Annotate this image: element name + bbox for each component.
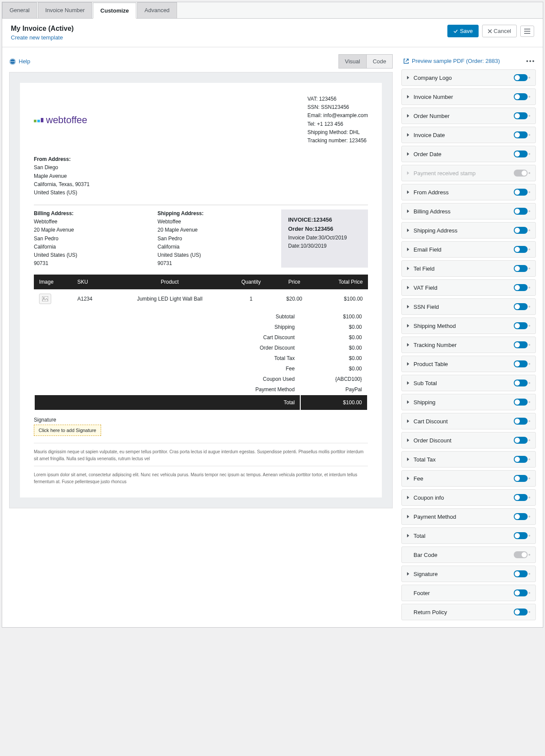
more-options-button[interactable] (526, 60, 534, 62)
code-tab[interactable]: Code (367, 54, 393, 69)
option-label: Tracking Number (414, 342, 456, 348)
option-email-field[interactable]: Email Field (401, 241, 536, 258)
toggle-switch[interactable] (514, 437, 528, 444)
toggle-switch[interactable] (514, 151, 528, 157)
option-signature[interactable]: Signature (401, 566, 536, 582)
totals-row: Cart Discount$0.00 (35, 333, 367, 342)
chevron-right-icon (407, 400, 409, 404)
toggle-switch[interactable] (514, 131, 528, 138)
tab-invoice-number[interactable]: Invoice Number (38, 2, 92, 18)
toggle-switch[interactable] (514, 284, 528, 291)
page-title: My Invoice (Active) (11, 25, 74, 33)
cancel-button[interactable]: Cancel (482, 25, 517, 37)
option-payment-received-stamp[interactable]: Payment received stamp (401, 165, 536, 181)
toggle-switch[interactable] (514, 570, 528, 577)
signature-placeholder[interactable]: Click here to add Signature (34, 425, 101, 436)
toggle-switch[interactable] (514, 341, 528, 348)
menu-button[interactable] (520, 26, 534, 37)
option-cart-discount[interactable]: Cart Discount (401, 413, 536, 429)
toggle-switch[interactable] (514, 208, 528, 215)
chevron-right-icon (407, 286, 409, 289)
svg-rect-1 (42, 296, 48, 301)
toggle-switch[interactable] (514, 551, 528, 558)
option-label: Billing Address (414, 208, 450, 215)
chevron-right-icon (407, 171, 409, 175)
option-label: Coupon info (414, 494, 444, 501)
chevron-right-icon (407, 95, 409, 98)
chevron-right-icon (407, 381, 409, 385)
option-label: Total (414, 533, 425, 539)
invoice-preview: webtoffee VAT: 123456 SSN: SSN123456 Ema… (9, 72, 393, 508)
option-invoice-number[interactable]: Invoice Number (401, 88, 536, 105)
toggle-switch[interactable] (514, 265, 528, 272)
tab-general[interactable]: General (2, 2, 37, 18)
toggle-switch[interactable] (514, 189, 528, 196)
toggle-switch[interactable] (514, 74, 528, 81)
option-vat-field[interactable]: VAT Field (401, 279, 536, 296)
toggle-switch[interactable] (514, 246, 528, 253)
table-row: A1234 Jumbing LED Light Wall Ball 1 $20.… (34, 289, 368, 308)
chevron-right-icon (407, 229, 409, 232)
toggle-switch[interactable] (514, 322, 528, 329)
product-table: Image SKU Product Quantity Price Total P… (34, 275, 368, 308)
toggle-switch[interactable] (514, 494, 528, 501)
toggle-switch[interactable] (514, 475, 528, 482)
toggle-switch[interactable] (514, 609, 528, 615)
option-payment-method[interactable]: Payment Method (401, 508, 536, 525)
option-product-table[interactable]: Product Table (401, 356, 536, 372)
option-sub-total[interactable]: Sub Total (401, 375, 536, 391)
option-ssn-field[interactable]: SSN Field (401, 298, 536, 315)
option-order-number[interactable]: Order Number (401, 108, 536, 124)
company-logo: webtoffee (34, 95, 87, 145)
toggle-switch[interactable] (514, 532, 528, 539)
option-label: Footer (414, 590, 430, 596)
option-total[interactable]: Total (401, 527, 536, 544)
option-return-policy[interactable]: Return Policy (401, 604, 536, 620)
option-coupon-info[interactable]: Coupon info (401, 489, 536, 506)
chevron-right-icon (407, 343, 409, 347)
option-fee[interactable]: Fee (401, 470, 536, 487)
option-company-logo[interactable]: Company Logo (401, 69, 536, 86)
option-label: Email Field (414, 246, 441, 253)
option-invoice-date[interactable]: Invoice Date (401, 127, 536, 143)
chevron-right-icon (407, 305, 409, 308)
visual-tab[interactable]: Visual (338, 54, 367, 69)
option-shipping[interactable]: Shipping (401, 394, 536, 410)
option-from-address[interactable]: From Address (401, 184, 536, 200)
chevron-right-icon (407, 477, 409, 480)
toggle-switch[interactable] (514, 418, 528, 425)
invoice-meta: INVOICE:123456 Order No:123456 Invoice D… (281, 209, 368, 268)
create-template-link[interactable]: Create new template (11, 34, 63, 41)
option-tracking-number[interactable]: Tracking Number (401, 337, 536, 353)
footer-text-2: Lorem ipsum dolor sit amet, consectetur … (34, 466, 368, 485)
help-link[interactable]: Help (9, 58, 30, 65)
toggle-switch[interactable] (514, 399, 528, 406)
tab-customize[interactable]: Customize (93, 3, 136, 19)
toggle-switch[interactable] (514, 93, 528, 100)
option-bar-code[interactable]: Bar Code (401, 547, 536, 563)
toggle-switch[interactable] (514, 380, 528, 386)
save-button[interactable]: Save (447, 25, 479, 37)
toggle-switch[interactable] (514, 303, 528, 310)
toggle-switch[interactable] (514, 513, 528, 520)
toggle-switch[interactable] (514, 589, 528, 596)
svg-point-5 (532, 60, 534, 62)
option-shipping-method[interactable]: Shipping Method (401, 317, 536, 334)
option-total-tax[interactable]: Total Tax (401, 451, 536, 468)
tab-advanced[interactable]: Advanced (137, 2, 177, 18)
option-tel-field[interactable]: Tel Field (401, 260, 536, 277)
chevron-right-icon (407, 209, 409, 213)
chevron-right-icon (407, 76, 409, 79)
option-order-date[interactable]: Order Date (401, 146, 536, 162)
signature-label: Signature (34, 417, 368, 423)
option-footer[interactable]: Footer (401, 585, 536, 601)
option-order-discount[interactable]: Order Discount (401, 432, 536, 448)
toggle-switch[interactable] (514, 227, 528, 234)
toggle-switch[interactable] (514, 170, 528, 177)
option-shipping-address[interactable]: Shipping Address (401, 222, 536, 239)
option-billing-address[interactable]: Billing Address (401, 203, 536, 219)
toggle-switch[interactable] (514, 360, 528, 367)
toggle-switch[interactable] (514, 456, 528, 463)
preview-pdf-link[interactable]: Preview sample PDF (Order: 2883) (403, 58, 500, 64)
toggle-switch[interactable] (514, 112, 528, 119)
